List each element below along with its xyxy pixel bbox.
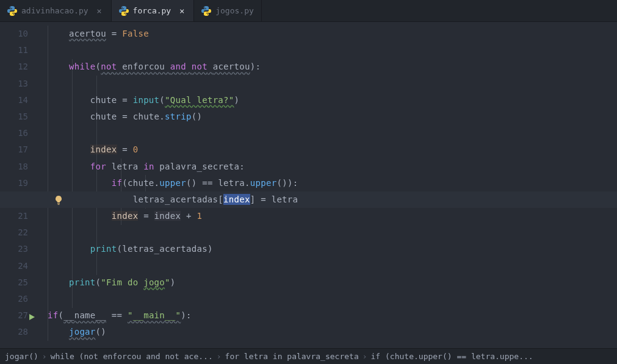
tab-jogos[interactable]: jogos.py <box>194 0 262 21</box>
line-number[interactable]: 21 <box>0 208 41 224</box>
tab-label: jogos.py <box>215 6 254 15</box>
code-area[interactable]: acertou = False while(not enforcou and n… <box>41 22 617 348</box>
line-number[interactable]: 17 <box>0 141 41 158</box>
code-line[interactable]: acertou = False <box>48 26 617 42</box>
code-line[interactable]: letras_acertadas[index] = letra <box>0 191 617 208</box>
chevron-right-icon: › <box>42 352 47 361</box>
chevron-right-icon: › <box>363 352 367 361</box>
chevron-right-icon: › <box>217 352 222 361</box>
line-number[interactable]: 23 <box>0 241 41 257</box>
line-number[interactable]: 13 <box>0 76 41 92</box>
code-line[interactable]: print("Fim do jogo") <box>48 274 617 291</box>
code-line[interactable] <box>48 258 617 274</box>
code-line[interactable] <box>48 125 617 141</box>
line-number[interactable]: 19 <box>0 175 41 191</box>
line-number[interactable]: 22 <box>0 224 41 241</box>
code-line[interactable]: print(letras_acertadas) <box>48 241 617 257</box>
code-line[interactable] <box>48 76 617 92</box>
gutter: 10 11 12 13 14 15 16 17 18 19 20 21 22 2… <box>0 22 41 348</box>
code-line[interactable]: if(__name__ == "__main__"): <box>48 307 617 324</box>
close-icon[interactable]: × <box>95 7 104 15</box>
code-line[interactable] <box>48 291 617 307</box>
code-line[interactable] <box>48 224 617 241</box>
code-line[interactable]: chute = chute.strip() <box>48 109 617 125</box>
close-icon[interactable]: × <box>178 7 186 15</box>
breadcrumb-item[interactable]: while (not enforcou and not ace... <box>51 352 213 361</box>
tab-bar: adivinhacao.py × forca.py × jogos.py <box>0 0 617 22</box>
breadcrumb-item[interactable]: for letra in palavra_secreta <box>225 352 359 361</box>
code-line[interactable]: index = index + 1 <box>48 208 617 224</box>
tab-forca[interactable]: forca.py × <box>112 0 195 21</box>
line-number[interactable]: 10 <box>0 26 41 42</box>
line-number[interactable]: 16 <box>0 125 41 141</box>
line-number[interactable]: 28 <box>0 324 41 340</box>
breadcrumbs: jogar() › while (not enforcou and not ac… <box>0 348 617 364</box>
breadcrumb-item[interactable]: if (chute.upper() == letra.uppe... <box>371 352 533 361</box>
code-line[interactable]: if(chute.upper() == letra.upper()): <box>48 175 617 191</box>
tab-label: forca.py <box>133 6 171 15</box>
code-line[interactable]: jogar() <box>48 324 617 340</box>
lightbulb-icon[interactable] <box>54 195 63 205</box>
line-number[interactable]: 15 <box>0 109 41 125</box>
breadcrumb-item[interactable]: jogar() <box>5 352 38 361</box>
editor[interactable]: 10 11 12 13 14 15 16 17 18 19 20 21 22 2… <box>0 22 617 348</box>
line-number[interactable]: 24 <box>0 258 41 274</box>
code-line[interactable]: while(not enforcou and not acertou): <box>48 59 617 75</box>
line-number[interactable]: 25 <box>0 274 41 291</box>
python-icon <box>7 6 17 16</box>
code-line[interactable]: for letra in palavra_secreta: <box>48 159 617 175</box>
line-number[interactable]: 18 <box>0 159 41 175</box>
code-line[interactable]: index = 0 <box>48 141 617 158</box>
line-number[interactable]: 14 <box>0 92 41 109</box>
python-icon <box>201 6 211 16</box>
code-line[interactable] <box>48 42 617 59</box>
python-icon <box>119 6 129 16</box>
line-number[interactable]: 11 <box>0 42 41 59</box>
line-number[interactable]: 26 <box>0 291 41 307</box>
tab-adivinhacao[interactable]: adivinhacao.py × <box>0 0 112 21</box>
code-line[interactable]: chute = input("Qual letra?") <box>48 92 617 109</box>
play-icon[interactable] <box>28 313 35 320</box>
line-number[interactable]: 12 <box>0 59 41 75</box>
tab-label: adivinhacao.py <box>21 6 88 15</box>
